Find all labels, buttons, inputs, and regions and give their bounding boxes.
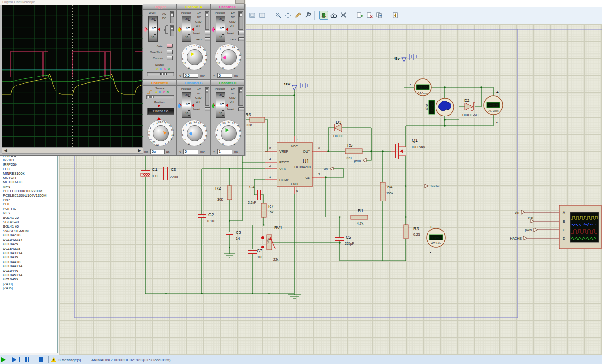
component-list-item[interactable]: UC1843N: [0, 255, 57, 259]
rv1-increase-button[interactable]: [261, 236, 264, 239]
channel-d-position-slider[interactable]: -10 0 10: [216, 92, 225, 118]
component-list-item[interactable]: UC1844N: [0, 269, 57, 273]
capacitor-C1[interactable]: C1 0.1u: [141, 167, 158, 178]
channel-a-sum-button[interactable]: [205, 37, 210, 41]
auto-button[interactable]: [167, 44, 173, 48]
capacitor-C5[interactable]: C5 220pF: [335, 235, 354, 246]
pause-button[interactable]: [25, 357, 29, 362]
component-list-item[interactable]: PCELEC330U100V700M: [0, 189, 57, 193]
terminal-hache-scope[interactable]: HACHE: [510, 236, 527, 240]
wrench-icon[interactable]: [303, 11, 312, 20]
component-list-item[interactable]: LED: [0, 167, 57, 171]
component-list-item[interactable]: UC1844D14: [0, 264, 57, 268]
terminal-hache[interactable]: hache: [425, 184, 440, 188]
component-list-item[interactable]: PNP: [0, 198, 57, 202]
edit-icon[interactable]: [293, 11, 302, 20]
terminal-vin-scope[interactable]: vin: [515, 210, 525, 214]
oscilloscope-part[interactable]: A B C D: [559, 205, 601, 249]
resistor-R3[interactable]: R3 0.25: [404, 225, 420, 239]
capacitor-C6[interactable]: C6 220uF: [164, 167, 179, 180]
capacitor-C7[interactable]: C7 1uF: [248, 248, 263, 259]
scope-scrollbar[interactable]: ◀ ▶: [2, 147, 143, 154]
component-list-item[interactable]: PCELEC1000U100V1300M: [0, 194, 57, 198]
scroll-left-icon[interactable]: ◀: [2, 148, 8, 153]
resistor-R1[interactable]: R1 4.7k: [351, 209, 368, 225]
channel-c-sum-button[interactable]: [238, 37, 244, 41]
cursors-button[interactable]: [167, 56, 173, 60]
component-list-item[interactable]: UC1845D14: [0, 273, 57, 277]
messages-panel[interactable]: ! 3 Message(s): [48, 356, 86, 363]
rv1-decrease-button[interactable]: [261, 246, 264, 248]
component-list-item[interactable]: UC1844D8: [0, 260, 57, 264]
channel-d-gain-value[interactable]: 1: [217, 149, 232, 154]
component-list-item[interactable]: MINRES100K: [0, 171, 57, 176]
component-list-item[interactable]: IR2101: [0, 158, 57, 162]
trigger-source-slider[interactable]: [147, 72, 174, 76]
potentiometer-RV1[interactable]: 100% RV1 22k: [261, 225, 282, 261]
capacitor-C3[interactable]: C3 1N: [226, 230, 241, 240]
channel-b-invert-button[interactable]: [205, 107, 210, 111]
trigger-edge-slider[interactable]: [170, 25, 174, 36]
trigger-coupling-slider[interactable]: [170, 11, 174, 23]
new-page-icon[interactable]: [355, 11, 364, 20]
channel-c-invert-button[interactable]: [238, 31, 244, 35]
terminal-vref-scope[interactable]: vref: [528, 216, 534, 223]
component-list-item[interactable]: [7406]: [0, 286, 57, 290]
channel-c-position-slider[interactable]: -10 0 10: [216, 16, 225, 42]
component-list-item[interactable]: UC1843D8: [0, 247, 57, 251]
channel-a-coupling-slider[interactable]: [205, 11, 209, 30]
oscilloscope-window[interactable]: Digital Oscilloscope ◀ ▶ Trigger Level -…: [0, 0, 246, 156]
component-list-item[interactable]: POT: [0, 202, 57, 206]
power-flag-48v[interactable]: 48v: [394, 54, 416, 62]
play-button[interactable]: [1, 357, 8, 362]
channel-b-gain-value[interactable]: 5: [183, 149, 198, 154]
grid-icon[interactable]: [258, 11, 267, 20]
scroll-right-icon[interactable]: ▶: [136, 148, 143, 153]
electrical-check-icon[interactable]: [391, 11, 400, 20]
component-list-item[interactable]: UC1843D14: [0, 251, 57, 255]
terminal-vin[interactable]: vin: [324, 167, 333, 170]
component-list[interactable]: FAN-DC IR2101IRFP250LEDMINRES100KMOTORMO…: [0, 155, 58, 353]
channel-b-position-slider[interactable]: -10 0 10: [182, 92, 191, 118]
component-list-item[interactable]: IRFP250: [0, 163, 57, 167]
capacitor-C4[interactable]: C4 2.2nF: [248, 185, 260, 204]
timebase-value[interactable]: 5u: [150, 149, 165, 154]
capacitor-C2[interactable]: C2 0.1uF: [198, 212, 216, 223]
component-list-item[interactable]: SW-SPDT-MOM: [0, 229, 57, 233]
pan-icon[interactable]: [284, 11, 293, 20]
channel-a-invert-button[interactable]: [205, 31, 210, 35]
channel-c-coupling-slider[interactable]: [238, 11, 243, 30]
resistor-R7[interactable]: R7 15k: [261, 203, 274, 217]
frame-icon[interactable]: [248, 11, 257, 20]
resistor-R5[interactable]: R5 220: [345, 143, 362, 160]
binoculars-icon[interactable]: [329, 11, 338, 20]
channel-b-coupling-slider[interactable]: [205, 87, 209, 106]
goto-page-icon[interactable]: [375, 11, 384, 20]
component-list-item[interactable]: SGL41-40: [0, 220, 57, 224]
component-list-item[interactable]: POT-HG: [0, 207, 57, 211]
component-list-item[interactable]: MOTOR: [0, 176, 57, 180]
step-button[interactable]: [12, 357, 20, 362]
component-list-item[interactable]: [7400]: [0, 282, 57, 286]
remove-page-icon[interactable]: [365, 11, 374, 20]
channel-d-coupling-slider[interactable]: [238, 87, 243, 106]
component-list-item[interactable]: SGL41-60: [0, 225, 57, 229]
dc-motor[interactable]: +0.75 RPM: [425, 98, 454, 116]
zoom-area-icon[interactable]: [274, 11, 283, 20]
one-shot-button[interactable]: [167, 50, 173, 54]
diode-D3[interactable]: D3 DIODE: [333, 120, 344, 138]
terminal-pwm[interactable]: pwm: [354, 158, 366, 163]
component-list-item[interactable]: UC1845N: [0, 277, 57, 281]
terminal-pwm-scope[interactable]: pwm: [525, 228, 538, 232]
component-list-item[interactable]: UC1842D8: [0, 233, 57, 237]
component-list-item[interactable]: UC1842N: [0, 242, 57, 246]
component-list-item[interactable]: UC1842D14: [0, 238, 57, 242]
channel-c-gain-value[interactable]: 5: [217, 73, 232, 78]
horizontal-source-slider[interactable]: [146, 95, 174, 99]
component-list-item[interactable]: RES: [0, 211, 57, 215]
horizontal-position-display[interactable]: 210 200 190: [147, 108, 174, 115]
resistor-R2[interactable]: R2 30K: [215, 186, 232, 201]
component-mode-icon[interactable]: [319, 11, 328, 20]
resistor-R4[interactable]: R4 100k: [380, 182, 394, 201]
channel-d-invert-button[interactable]: [238, 107, 244, 111]
